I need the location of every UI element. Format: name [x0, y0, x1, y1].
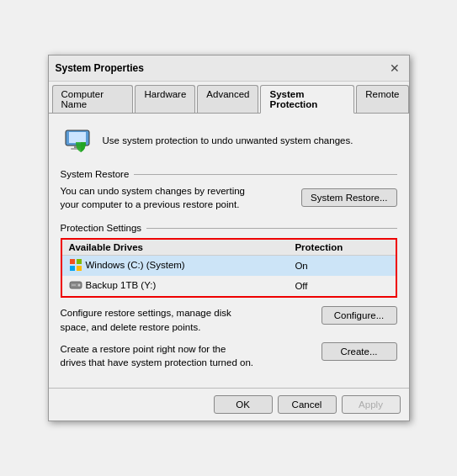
close-button[interactable]: ✕: [387, 61, 402, 76]
configure-row: Configure restore settings, manage disk …: [61, 306, 397, 333]
tab-content: Use system protection to undo unwanted s…: [49, 114, 409, 388]
restore-row: You can undo system changes by reverting…: [61, 184, 397, 211]
windows-protection-status: On: [295, 261, 307, 271]
col-protection-header: Protection: [288, 240, 395, 256]
protection-settings-label: Protection Settings: [61, 223, 397, 233]
windows-drive-name: Windows (C:) (System): [86, 260, 185, 270]
drive-row-windows[interactable]: Windows (C:) (System) On: [62, 256, 396, 277]
windows-drive-icon: [69, 258, 82, 272]
configure-description: Configure restore settings, manage disk …: [61, 306, 254, 333]
backup-protection-status: Off: [295, 281, 307, 291]
configure-button[interactable]: Configure...: [321, 306, 397, 325]
protection-settings-section: Protection Settings Available Drives Pro…: [61, 223, 397, 368]
title-bar: System Properties ✕: [49, 56, 409, 82]
svg-rect-7: [77, 266, 82, 271]
svg-rect-4: [70, 259, 75, 264]
col-drives-header: Available Drives: [62, 240, 289, 256]
create-row: Create a restore point right now for the…: [61, 342, 397, 369]
system-restore-button[interactable]: System Restore...: [301, 188, 396, 207]
tab-remote[interactable]: Remote: [356, 85, 408, 113]
system-restore-section: System Restore You can undo system chang…: [61, 169, 397, 211]
svg-rect-1: [69, 132, 86, 143]
svg-rect-6: [70, 266, 75, 271]
cancel-button[interactable]: Cancel: [278, 395, 337, 414]
dialog-title: System Properties: [56, 62, 144, 74]
system-restore-label: System Restore: [61, 169, 397, 179]
backup-drive-name: Backup 1TB (Y:): [86, 280, 157, 290]
svg-rect-5: [77, 259, 82, 264]
tab-system-protection[interactable]: System Protection: [260, 85, 354, 114]
windows-drive-cell: Windows (C:) (System): [69, 258, 185, 272]
create-description: Create a restore point right now for the…: [61, 342, 254, 369]
dialog-footer: OK Cancel Apply: [49, 388, 409, 420]
tab-hardware[interactable]: Hardware: [135, 85, 195, 113]
hdd-drive-icon: [69, 278, 82, 292]
backup-drive-cell: Backup 1TB (Y:): [69, 278, 157, 292]
svg-point-9: [77, 284, 80, 287]
tabs-bar: Computer Name Hardware Advanced System P…: [49, 82, 409, 114]
tab-advanced[interactable]: Advanced: [197, 85, 258, 113]
ok-button[interactable]: OK: [214, 395, 273, 414]
tab-computer-name[interactable]: Computer Name: [52, 85, 134, 113]
restore-description: You can undo system changes by reverting…: [61, 184, 246, 211]
drives-table-wrapper: Available Drives Protection: [61, 238, 397, 298]
shield-computer-icon: [61, 124, 94, 157]
system-properties-dialog: System Properties ✕ Computer Name Hardwa…: [48, 55, 410, 421]
apply-button[interactable]: Apply: [342, 395, 401, 414]
header-section: Use system protection to undo unwanted s…: [61, 124, 397, 157]
drive-row-backup[interactable]: Backup 1TB (Y:) Off: [62, 276, 396, 296]
drives-table: Available Drives Protection: [62, 240, 396, 296]
create-button[interactable]: Create...: [321, 342, 397, 361]
header-description: Use system protection to undo unwanted s…: [103, 134, 353, 147]
